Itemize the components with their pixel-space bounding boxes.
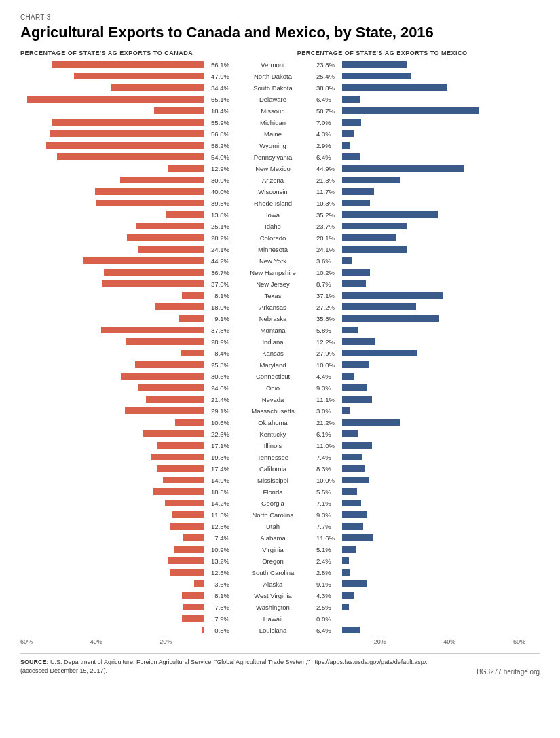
state-name: Kansas — [232, 350, 314, 357]
state-name: New Mexico — [232, 165, 314, 172]
right-bar-container — [342, 627, 525, 633]
left-bar-container — [20, 523, 204, 530]
source-label: SOURCE: — [20, 659, 49, 665]
left-bar-container — [20, 315, 204, 322]
left-bar — [50, 130, 204, 137]
table-row: 37.8% Montana 5.8% — [20, 325, 540, 335]
left-bar-container — [20, 257, 204, 264]
left-bar-container — [20, 292, 204, 299]
table-row: 30.6% Connecticut 4.4% — [20, 371, 540, 382]
left-bar-container — [20, 165, 204, 172]
table-row: 0.5% Louisiana 6.4% — [20, 625, 540, 635]
left-pct: 58.2% — [204, 142, 232, 149]
left-bar-container — [20, 153, 204, 160]
left-bar — [125, 407, 204, 414]
left-pct: 18.4% — [204, 107, 232, 115]
right-bar-container — [342, 130, 525, 137]
left-tick-20: 20% — [160, 638, 172, 645]
left-bar — [127, 234, 204, 241]
right-bar-container — [342, 465, 525, 472]
left-bar-container — [20, 130, 204, 137]
table-row: 17.4% California 8.3% — [20, 463, 540, 474]
table-row: 21.4% Nevada 11.1% — [20, 394, 540, 405]
table-row: 3.6% Alaska 9.1% — [20, 578, 540, 589]
left-bar-container — [20, 303, 204, 310]
left-tick-40: 40% — [90, 638, 102, 645]
table-row: 56.8% Maine 4.3% — [20, 128, 540, 139]
right-bar-container — [342, 223, 525, 229]
state-name: Louisiana — [232, 627, 314, 634]
state-name: Delaware — [232, 96, 314, 103]
right-bar-container — [342, 615, 525, 622]
right-pct: 24.1% — [314, 246, 342, 253]
left-pct: 24.1% — [204, 246, 232, 253]
right-bar — [342, 315, 439, 322]
right-pct: 3.6% — [314, 257, 342, 265]
table-row: 12.9% New Mexico 44.9% — [20, 163, 540, 174]
right-pct: 4.3% — [314, 130, 342, 138]
right-bar-container — [342, 303, 525, 310]
state-name: North Dakota — [232, 73, 314, 80]
left-bar — [154, 107, 204, 114]
left-pct: 54.0% — [204, 153, 232, 161]
table-row: 14.2% Georgia 7.1% — [20, 498, 540, 509]
table-row: 25.3% Maryland 10.0% — [20, 359, 540, 370]
right-pct: 10.3% — [314, 200, 342, 207]
right-bar — [342, 246, 407, 253]
right-bar-container — [342, 442, 525, 449]
left-pct: 7.9% — [204, 615, 232, 623]
right-pct: 2.5% — [314, 604, 342, 611]
left-bar — [170, 569, 204, 576]
table-row: 14.9% Mississippi 10.0% — [20, 475, 540, 485]
left-pct: 36.7% — [204, 269, 232, 276]
left-bar — [46, 142, 204, 149]
left-bar-container — [20, 546, 204, 553]
left-bar-container — [20, 442, 204, 449]
table-row: 11.5% North Carolina 9.3% — [20, 509, 540, 520]
table-row: 18.5% Florida 5.5% — [20, 486, 540, 497]
right-pct: 23.8% — [314, 61, 342, 69]
left-pct: 29.1% — [204, 407, 232, 415]
right-pct: 6.4% — [314, 627, 342, 634]
right-bar-container — [342, 430, 525, 437]
left-pct: 34.4% — [204, 84, 232, 92]
right-pct: 3.0% — [314, 407, 342, 415]
left-bar-container — [20, 500, 204, 506]
left-bar — [181, 350, 204, 356]
right-pct: 35.8% — [314, 315, 342, 322]
table-row: 34.4% South Dakota 38.8% — [20, 82, 540, 93]
right-bar-container — [342, 142, 525, 149]
right-pct: 27.9% — [314, 350, 342, 357]
left-bar — [168, 165, 204, 172]
right-bar — [342, 604, 349, 610]
left-bar — [96, 200, 204, 206]
table-row: 13.2% Oregon 2.4% — [20, 555, 540, 566]
left-bar-container — [20, 142, 204, 149]
right-axis-label: PERCENTAGE OF STATE'S AG EXPORTS TO MEXI… — [291, 50, 540, 56]
left-bar-container — [20, 234, 204, 241]
x-axis: 60% 40% 20% 20% 40% 60% — [20, 638, 540, 645]
left-bar — [155, 303, 204, 310]
left-bar — [111, 84, 204, 91]
state-name: Missouri — [232, 107, 314, 115]
left-bar — [163, 477, 204, 483]
table-row: 36.7% New Hampshire 10.2% — [20, 267, 540, 278]
right-bar — [342, 546, 356, 553]
right-pct: 10.0% — [314, 361, 342, 369]
right-pct: 7.1% — [314, 500, 342, 507]
state-name: Texas — [232, 292, 314, 299]
left-bar — [120, 177, 204, 183]
table-row: 10.6% Oklahoma 21.2% — [20, 417, 540, 428]
table-row: 8.1% West Virginia 4.3% — [20, 590, 540, 601]
right-bar — [342, 73, 411, 79]
left-pct: 44.2% — [204, 257, 232, 265]
left-pct: 8.1% — [204, 292, 232, 299]
right-bar-container — [342, 511, 525, 518]
table-row: 28.9% Indiana 12.2% — [20, 336, 540, 347]
state-name: Pennsylvania — [232, 153, 314, 161]
right-bar — [342, 557, 349, 564]
right-bar — [342, 327, 358, 333]
footer-logo: BG3277 heritage.org — [477, 668, 540, 676]
right-bar — [342, 454, 362, 460]
table-row: 39.5% Rhode Island 10.3% — [20, 198, 540, 208]
